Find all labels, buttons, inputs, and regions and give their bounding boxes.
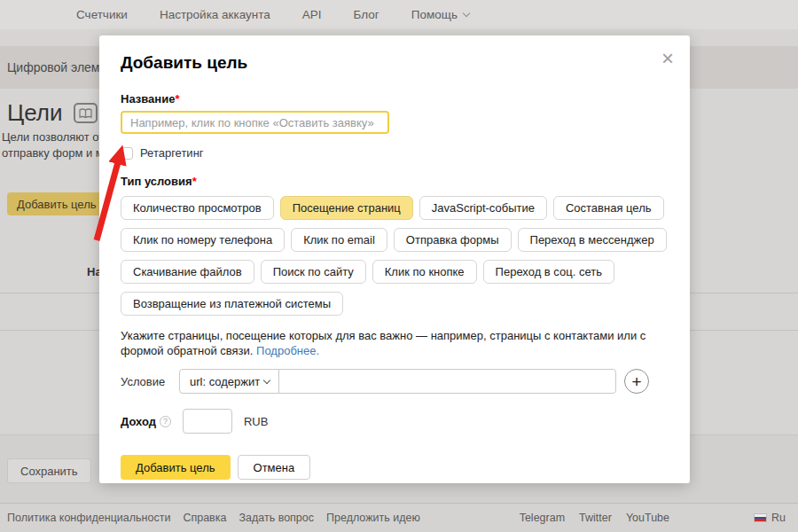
close-icon[interactable]: ×: [661, 48, 674, 69]
help-icon[interactable]: ?: [160, 416, 171, 427]
footer-social-link[interactable]: Twitter: [579, 512, 612, 524]
type-button[interactable]: Составная цель: [553, 196, 664, 220]
type-button[interactable]: Количество просмотров: [121, 196, 274, 220]
background-add-goal-button[interactable]: Добавить цель: [7, 192, 106, 215]
goal-name-input[interactable]: [121, 111, 389, 134]
revenue-input[interactable]: [183, 409, 232, 434]
type-button[interactable]: Поиск по сайту: [261, 260, 366, 284]
section-header: Цифровой элеме: [0, 60, 99, 74]
type-button[interactable]: Клик по номеру телефона: [121, 228, 285, 252]
type-button[interactable]: Клик по email: [291, 228, 387, 252]
footer-link[interactable]: Предложить идею: [326, 512, 420, 524]
nav-item[interactable]: API: [302, 8, 322, 21]
footer-link[interactable]: Политика конфиденциальности: [7, 512, 170, 524]
goals-title-row: Цели: [7, 99, 98, 127]
footer-social-link[interactable]: YouTube: [626, 512, 669, 524]
condition-value-input[interactable]: [278, 369, 616, 394]
footer-link[interactable]: Задать вопрос: [239, 512, 314, 524]
footer: Политика конфиденциальности Справка Зада…: [0, 503, 798, 532]
chevron-down-icon: [263, 377, 270, 384]
condition-label: Условие: [121, 375, 179, 388]
condition-operator-select[interactable]: url: содержит: [179, 369, 279, 394]
book-icon: [79, 108, 92, 119]
type-button[interactable]: Посещение страниц: [280, 196, 413, 220]
cancel-button[interactable]: Отмена: [238, 455, 311, 480]
currency-label: RUB: [244, 415, 268, 428]
retargeting-row: Ретаргетинг: [121, 146, 669, 160]
type-button[interactable]: JavaScript-событие: [419, 196, 547, 220]
condition-row: Условие url: содержит +: [121, 369, 669, 394]
nav-item[interactable]: Помощь: [411, 8, 469, 21]
save-button[interactable]: Сохранить: [7, 458, 91, 483]
more-link[interactable]: Подробнее.: [256, 344, 319, 357]
top-nav: Счетчики Настройка аккаунта API Блог Пом…: [0, 0, 798, 29]
type-button[interactable]: Переход в мессенджер: [518, 228, 667, 252]
nav-item[interactable]: Настройка аккаунта: [160, 8, 270, 21]
type-button[interactable]: Клик по кнопке: [372, 260, 477, 284]
type-button[interactable]: Возвращение из платежной системы: [121, 292, 343, 316]
type-button[interactable]: Отправка формы: [394, 228, 512, 252]
nav-item[interactable]: Счетчики: [76, 8, 128, 21]
required-mark: *: [175, 92, 179, 106]
retargeting-checkbox[interactable]: [121, 147, 133, 160]
add-goal-modal: Добавить цель × Название* Ретаргетинг Ти…: [99, 35, 690, 483]
page-title: Цели: [7, 99, 63, 127]
condition-type-label: Тип условия*: [121, 175, 669, 188]
language-label: Ru: [771, 512, 786, 524]
type-button[interactable]: Скачивание файлов: [121, 260, 254, 284]
pages-hint: Укажите страницы, посещение которых для …: [121, 328, 681, 358]
submit-add-goal-button[interactable]: Добавить цель: [121, 455, 231, 480]
modal-actions: Добавить цель Отмена: [121, 455, 669, 480]
footer-social-links: Telegram Twitter YouTube: [520, 512, 669, 524]
russia-flag-icon: [754, 513, 767, 522]
modal-title: Добавить цель: [121, 53, 669, 73]
goals-description: Цели позволяют от отправку форм и м: [2, 129, 99, 161]
condition-type-buttons: Количество просмотровПосещение страницJa…: [121, 196, 669, 316]
add-condition-button[interactable]: +: [624, 369, 649, 394]
type-button[interactable]: Переход в соц. сеть: [483, 260, 614, 284]
footer-link[interactable]: Справка: [183, 512, 226, 524]
chevron-down-icon: [463, 9, 470, 16]
required-mark: *: [192, 175, 197, 188]
footer-links: Политика конфиденциальности Справка Зада…: [7, 512, 420, 524]
nav-item[interactable]: Блог: [354, 8, 379, 21]
footer-social-link[interactable]: Telegram: [520, 512, 565, 524]
language-switcher[interactable]: Ru: [754, 512, 786, 524]
goals-help-book-button[interactable]: [74, 103, 98, 123]
background-table-header: На: [87, 265, 99, 278]
retargeting-label: Ретаргетинг: [140, 146, 204, 160]
revenue-label: Доход: [121, 415, 156, 428]
revenue-row: Доход ? RUB: [121, 409, 669, 434]
name-label: Название*: [121, 92, 669, 106]
